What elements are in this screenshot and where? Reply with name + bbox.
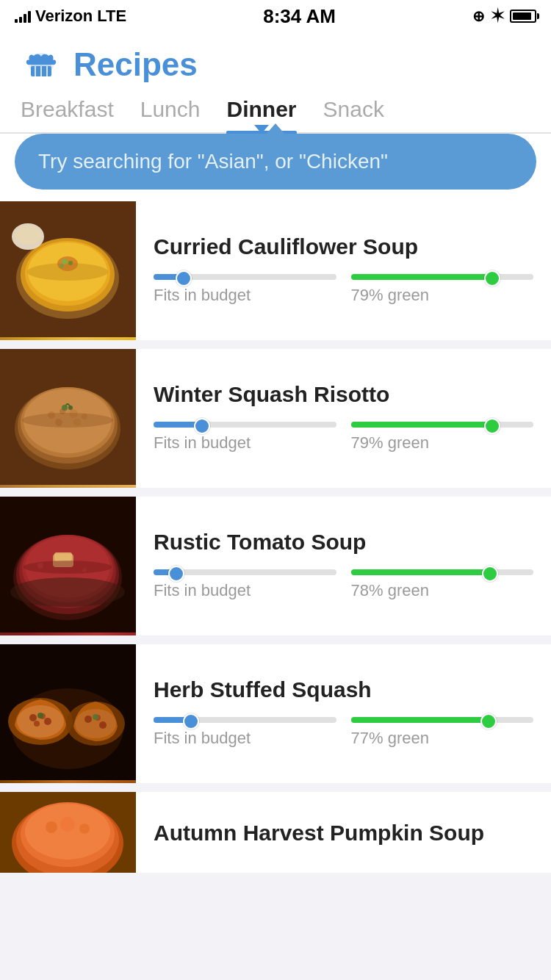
svg-point-56 <box>99 721 107 729</box>
green-label-3: 78% green <box>351 581 534 600</box>
budget-fill-4 <box>154 717 194 723</box>
search-container: Try searching for "Asian", or "Chicken" <box>0 134 551 201</box>
recipe-card-rustic-tomato-soup[interactable]: Rustic Tomato Soup Fits in budget 78% gr… <box>0 497 551 635</box>
svg-point-30 <box>22 413 113 428</box>
svg-point-16 <box>15 226 41 245</box>
status-icons: ⊕ ✶ <box>472 7 536 26</box>
recipe-info-herb-stuffed-squash: Herb Stuffed Squash Fits in budget 77% g… <box>136 644 551 783</box>
chef-hat-icon <box>21 44 62 85</box>
green-metric-1: 79% green <box>351 274 534 305</box>
svg-point-14 <box>60 264 64 268</box>
recipe-metrics-3: Fits in budget 78% green <box>154 569 533 600</box>
recipe-name-2: Winter Squash Risotto <box>154 380 533 408</box>
budget-metric-4: Fits in budget <box>154 717 336 748</box>
green-track-4 <box>351 717 534 723</box>
svg-point-29 <box>68 406 73 410</box>
green-metric-3: 78% green <box>351 569 534 600</box>
recipe-image-winter-squash-risotto <box>0 349 136 488</box>
recipe-name-4: Herb Stuffed Squash <box>154 675 533 704</box>
budget-track-4 <box>154 717 336 723</box>
budget-track-2 <box>154 422 336 428</box>
green-fill-2 <box>351 422 495 428</box>
svg-point-57 <box>37 713 43 718</box>
tab-lunch[interactable]: Lunch <box>140 97 201 132</box>
svg-point-49 <box>75 709 116 738</box>
green-metric-2: 79% green <box>351 422 534 453</box>
budget-metric-3: Fits in budget <box>154 569 336 600</box>
recipe-name-1: Curried Cauliflower Soup <box>154 232 533 261</box>
green-fill-3 <box>351 569 494 575</box>
battery-icon <box>510 10 536 23</box>
green-track-1 <box>351 274 534 280</box>
recipe-image-herb-stuffed-squash <box>0 644 136 783</box>
recipe-info-winter-squash-risotto: Winter Squash Risotto Fits in budget 79%… <box>136 349 551 488</box>
green-label-1: 79% green <box>351 286 534 305</box>
budget-fill-1 <box>154 274 187 280</box>
bluetooth-icon: ✶ <box>491 7 504 26</box>
signal-icon <box>15 10 31 23</box>
budget-fill-3 <box>154 569 179 575</box>
green-label-4: 77% green <box>351 729 534 748</box>
svg-point-64 <box>46 821 57 833</box>
tab-dinner[interactable]: Dinner <box>226 97 296 132</box>
network-type: LTE <box>97 7 126 26</box>
svg-point-54 <box>84 716 92 723</box>
budget-metric-2: Fits in budget <box>154 422 336 453</box>
svg-point-50 <box>29 714 37 721</box>
tab-snack[interactable]: Snack <box>323 97 384 132</box>
budget-label-1: Fits in budget <box>154 286 336 305</box>
svg-point-43 <box>10 577 125 607</box>
recipe-name-3: Rustic Tomato Soup <box>154 527 533 556</box>
recipe-metrics-4: Fits in budget 77% green <box>154 717 533 748</box>
recipe-metrics-2: Fits in budget 79% green <box>154 422 533 453</box>
green-track-2 <box>351 422 534 428</box>
svg-rect-38 <box>54 552 72 561</box>
green-track-3 <box>351 569 534 575</box>
budget-metric-1: Fits in budget <box>154 274 336 305</box>
app-header: Recipes <box>0 32 551 85</box>
recipe-name-5: Autumn Harvest Pumpkin Soup <box>154 818 533 847</box>
search-placeholder: Try searching for "Asian", or "Chicken" <box>38 150 388 173</box>
status-time: 8:34 AM <box>263 5 336 28</box>
budget-label-4: Fits in budget <box>154 729 336 748</box>
svg-point-28 <box>62 405 68 411</box>
recipe-card-autumn-harvest-pumpkin-soup[interactable]: Autumn Harvest Pumpkin Soup <box>0 792 551 873</box>
recipe-metrics-1: Fits in budget 79% green <box>154 274 533 305</box>
carrier-info: Verizon LTE <box>15 7 126 26</box>
svg-point-66 <box>79 824 90 834</box>
status-bar: Verizon LTE 8:34 AM ⊕ ✶ <box>0 0 551 32</box>
app-title: Recipes <box>73 46 198 83</box>
search-pointer <box>265 123 286 135</box>
budget-label-2: Fits in budget <box>154 433 336 453</box>
green-metric-4: 77% green <box>351 717 534 748</box>
budget-track-1 <box>154 274 336 280</box>
search-bar[interactable]: Try searching for "Asian", or "Chicken" <box>15 134 536 190</box>
recipe-card-herb-stuffed-squash[interactable]: Herb Stuffed Squash Fits in budget 77% g… <box>0 644 551 783</box>
recipe-card-winter-squash-risotto[interactable]: Winter Squash Risotto Fits in budget 79%… <box>0 349 551 488</box>
svg-point-12 <box>62 259 68 264</box>
svg-point-11 <box>57 256 78 271</box>
green-fill-1 <box>351 274 495 280</box>
budget-fill-2 <box>154 422 205 428</box>
recipe-info-autumn-harvest-pumpkin-soup: Autumn Harvest Pumpkin Soup <box>136 807 551 859</box>
recipe-info-rustic-tomato-soup: Rustic Tomato Soup Fits in budget 78% gr… <box>136 497 551 635</box>
svg-point-42 <box>24 561 112 574</box>
tab-breakfast[interactable]: Breakfast <box>21 97 114 132</box>
recipe-info-curried-cauliflower-soup: Curried Cauliflower Soup Fits in budget … <box>136 201 551 340</box>
recipe-image-autumn-harvest-pumpkin-soup <box>0 792 136 873</box>
svg-point-52 <box>44 718 51 725</box>
svg-point-58 <box>93 714 98 720</box>
budget-label-3: Fits in budget <box>154 581 336 600</box>
recipe-card-curried-cauliflower-soup[interactable]: Curried Cauliflower Soup Fits in budget … <box>0 201 551 340</box>
carrier-name: Verizon <box>35 7 93 26</box>
svg-point-65 <box>60 817 75 832</box>
svg-point-48 <box>17 705 64 738</box>
recipe-image-rustic-tomato-soup <box>0 497 136 635</box>
green-label-2: 79% green <box>351 433 534 453</box>
budget-track-3 <box>154 569 336 575</box>
svg-point-53 <box>34 721 40 727</box>
recipe-list: Curried Cauliflower Soup Fits in budget … <box>0 201 551 873</box>
svg-point-13 <box>68 261 73 265</box>
lock-rotation-icon: ⊕ <box>472 7 485 25</box>
green-fill-4 <box>351 717 491 723</box>
